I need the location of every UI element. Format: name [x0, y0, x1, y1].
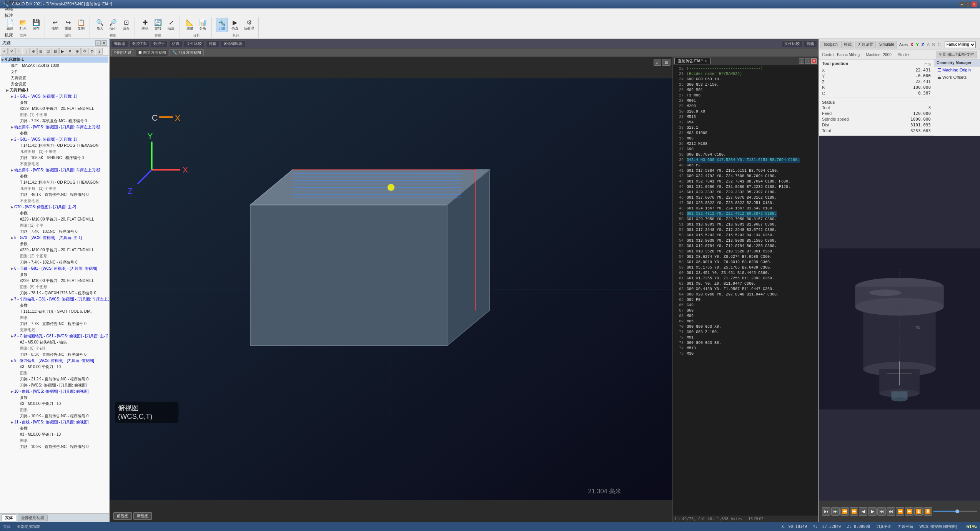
nc-line[interactable]: 73G00 G90 G53 B0.: [674, 340, 817, 346]
playback-thumb[interactable]: [955, 509, 959, 513]
nc-line[interactable]: 28M901: [674, 98, 817, 104]
playback-btn-9[interactable]: ⏩: [905, 507, 913, 516]
tree-item[interactable]: 刀路 - [WCS: 俯视图] - [刀具面: 俯视图]: [1, 382, 108, 388]
simulate-button[interactable]: ▶ 仿真: [229, 18, 241, 32]
front-view-button[interactable]: 前视图: [113, 512, 132, 520]
tree-item[interactable]: 安全设置: [1, 81, 108, 87]
tree-item[interactable]: 刀路 - 7.2K - 车铣复合.MC - 程序编号 0: [1, 118, 108, 124]
nc-line[interactable]: 27T3 M06: [674, 93, 817, 98]
nc-tab-active[interactable]: 直前传告 EIA * ×: [674, 58, 710, 64]
nc-line[interactable]: 60G01 X3.451 Y0. Z3.451 B10.4445 C360.: [674, 270, 817, 276]
machine-origin-item[interactable]: ☰ Machine Origin: [934, 66, 980, 74]
tree-item[interactable]: ▶ 机床群组-1: [1, 56, 108, 63]
nc-line[interactable]: 23(Holder name= H4Y5AM025): [674, 71, 817, 77]
tree-item[interactable]: 几何图形 - (1) 个串连: [1, 149, 108, 155]
analyze-button[interactable]: 📊 分析: [197, 18, 209, 32]
menu-item-5[interactable]: 模型参数: [2, 0, 25, 6]
nc-line[interactable]: 75M30: [674, 351, 817, 357]
nc-line[interactable]: 34M03 S1000: [674, 131, 817, 136]
nc-line[interactable]: 37G90: [674, 147, 817, 152]
menu-item-6[interactable]: 网格: [2, 6, 25, 12]
nc-tab-close[interactable]: ×: [705, 59, 707, 63]
tree-item[interactable]: 图形: [1, 407, 108, 413]
nc-line[interactable]: 74M513: [674, 346, 817, 351]
tree-new-button[interactable]: +: [1, 48, 8, 55]
playback-slider[interactable]: [933, 511, 977, 512]
nc-close-button[interactable]: ×: [811, 58, 817, 64]
viewport-3d[interactable]: X Y Z C X: [110, 57, 672, 522]
tree-item[interactable]: 图形: (2) 个串: [1, 222, 108, 229]
tree-item[interactable]: 图形: (6) 个钻孔: [1, 345, 108, 352]
tree-item[interactable]: 参数: [1, 210, 108, 216]
playback-btn-5[interactable]: ▶: [868, 507, 877, 516]
tree-item[interactable]: 图形: [1, 370, 108, 376]
tree-item[interactable]: 刀路 - 10.9K - 直前传告.NC - 程序编号 0: [1, 444, 108, 450]
vp-fit-button[interactable]: ⊡: [662, 59, 671, 66]
tree-item[interactable]: 图形: (1) 个图串: [1, 112, 108, 118]
tree-deselect-button[interactable]: ⊟: [52, 48, 59, 55]
nc-maximize-button[interactable]: □: [805, 58, 810, 64]
nc-line[interactable]: 57G01 X8.6274 Y0. Z8.6274 B7.9588 C360.: [674, 254, 817, 260]
nc-output-button[interactable]: ⚙ 后处理: [242, 18, 256, 32]
nc-line[interactable]: 49G01 X22.4312 Y0. Z22.4312 B0.3872 C180…: [674, 211, 817, 217]
tree-item[interactable]: 文件: [1, 69, 108, 75]
panel-close-button[interactable]: ×: [101, 40, 107, 46]
tree-item[interactable]: #229 - M10.00 平铣刀 - 20. FLAT ENDMILL: [1, 278, 108, 284]
nc-line[interactable]: 55G01 X12.0784 Y0. Z12.0784 B6.1255 C360…: [674, 244, 817, 249]
nc-line[interactable]: 69M05: [674, 319, 817, 324]
tree-item[interactable]: 图形: [1, 315, 108, 321]
tree-item[interactable]: 参数: [1, 130, 108, 136]
nc-line[interactable]: 45G01 X29.3332 Y0. Z29.3332 B5.7397 C180…: [674, 190, 817, 195]
tree-refresh-button[interactable]: ↻: [81, 48, 88, 55]
nc-line[interactable]: 71G90 G53 Z-150.: [674, 330, 817, 335]
nc-line[interactable]: 29M200: [674, 104, 817, 109]
rp-toolpath-button[interactable]: Toolpath: [820, 41, 840, 48]
nc-line[interactable]: 32G54: [674, 120, 817, 125]
nc-line[interactable]: 52G01 X17.2548 Y0. Z17.2548 B3.0742 C360…: [674, 227, 817, 233]
tree-item[interactable]: 刀路 - 21.2K - 直前传告.NC - 程序编号 0: [1, 376, 108, 382]
new-view-button[interactable]: 新视图: [133, 512, 152, 520]
nc-line[interactable]: 50G01 X20.7058 Y0. Z20.7058 B0.8157 C360…: [674, 217, 817, 222]
nc-line[interactable]: 47G01 X25.8822 Y0. Z25.8822 B2.951 C180.: [674, 201, 817, 206]
tree-item[interactable]: ▶ 9 - 侧刀钻孔 - [WCS: 俯视图] - [刀具面: 俯视图]: [1, 358, 108, 364]
tool-direction-button[interactable]: 🔧 刀具方向视图: [170, 49, 204, 56]
toolpath-button[interactable]: 🔩 刀路: [216, 18, 228, 32]
tree-item[interactable]: 参数: [1, 100, 108, 106]
tree-copy-button[interactable]: ⊕: [30, 48, 37, 55]
tree-item[interactable]: ▶ 动态用车 - [WCS: 俯视图] - [刀具面: 车床左上刀塔]: [1, 167, 108, 173]
undo-button[interactable]: ↩ 撤销: [49, 18, 61, 32]
nc-line[interactable]: 58G01 X6.9019 Y0. Z6.9019 B8.8209 C360.: [674, 260, 817, 265]
tree-item[interactable]: 参数: [1, 241, 108, 247]
playback-btn-10[interactable]: ⏫: [914, 507, 923, 516]
tree-item[interactable]: #3 - M10.00 平铣刀 - 10: [1, 364, 108, 370]
tree-down-button[interactable]: ↓: [23, 48, 30, 55]
tree-item[interactable]: ▶ 11 - 曲线 - [WCS: 俯视图] - [刀具面: 俯视图]: [1, 419, 108, 425]
tree-item[interactable]: 参数: [1, 425, 108, 431]
tab-solid[interactable]: 实体: [2, 514, 16, 521]
nc-line[interactable]: 72M01: [674, 335, 817, 340]
tree-item[interactable]: 刀具设置: [1, 75, 108, 81]
playback-btn-3[interactable]: ⏩: [850, 507, 858, 516]
tree-item[interactable]: #3 - M10.00 平铣刀 - 10: [1, 401, 108, 407]
nc-line[interactable]: 35M08: [674, 136, 817, 141]
nc-line[interactable]: 51G01 X18.9803 Y0. Z18.9803 B1.9687 C360…: [674, 222, 817, 227]
tree-item[interactable]: ▶ 6 - 五轴 - G81 - [WCS: 俯视图] - [刀具面: 俯视图]: [1, 266, 108, 272]
playback-btn-11[interactable]: ⏬: [923, 507, 932, 516]
nc-line[interactable]: 70G00 G90 G53 X0.: [674, 324, 817, 330]
tree-item[interactable]: T 141141: 标准车刀 - OD ROUGH HEXAGON: [1, 143, 108, 149]
rp-tool-setup-button[interactable]: 刀具设置: [855, 41, 876, 48]
tree-item[interactable]: 刀路 - 105.5K - 6449.NC - 程序编号 0: [1, 155, 108, 161]
tree-item[interactable]: 更新毛坯: [1, 327, 108, 333]
nc-line[interactable]: 68M09: [674, 314, 817, 319]
nc-line[interactable]: 30G10.9 X0: [674, 109, 817, 114]
open-button[interactable]: 📂 打开: [17, 18, 29, 32]
nc-line[interactable]: 59G01 X5.1765 Y0. Z5.1765 B9.6489 C360.: [674, 265, 817, 270]
playback-btn-0[interactable]: ⏮: [822, 507, 830, 516]
nc-toolbar-item-2[interactable]: 数控手: [151, 40, 168, 47]
tree-item[interactable]: ▶ 动态用车 - [WCS: 俯视图] - [刀具面: 车床左上刀塔]: [1, 124, 108, 130]
maximize-button[interactable]: □: [965, 2, 971, 7]
playback-btn-2[interactable]: ⏪: [840, 507, 849, 516]
close-path-button[interactable]: ×关闭刀路: [111, 49, 134, 56]
nc-line[interactable]: 22(-------------------------------): [674, 66, 817, 71]
fit-view-button[interactable]: ⊡ 适合: [120, 18, 132, 32]
